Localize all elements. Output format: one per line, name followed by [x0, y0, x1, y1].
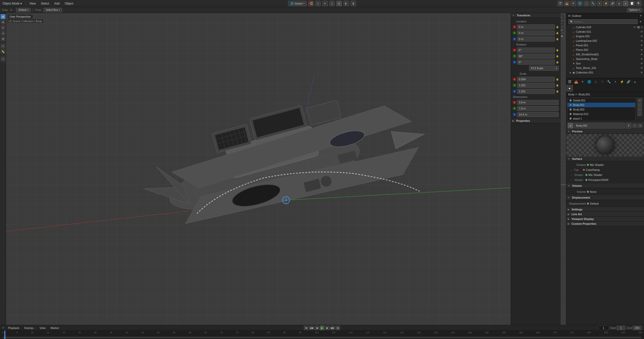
render-icon[interactable]: 📷 [637, 26, 640, 29]
outliner-item-shuttleseat[interactable]: △ SM_ShuttleSeat01 👁 [566, 52, 644, 57]
next-keyframe-btn[interactable]: ▶▶ [330, 326, 335, 330]
next-frame-btn[interactable]: ▶ [325, 326, 330, 330]
scripting[interactable]: 📝 [629, 1, 635, 6]
outliner-item-spaceshopbody[interactable]: △ Spaceshop_Body 👁 [566, 57, 644, 61]
dim-x-field[interactable]: 3.8 m [517, 100, 559, 105]
location-z-field[interactable]: 0 m [517, 36, 555, 42]
options-dropdown[interactable]: Options ▾ [627, 8, 642, 12]
outliner-item-plane002[interactable]: △ Plane.002 👁 [566, 48, 644, 52]
visibility-icon[interactable]: 👁 [640, 49, 643, 51]
scale-x-field[interactable]: 0.584 [517, 77, 555, 82]
prop-tab-data[interactable]: ▲ [632, 79, 638, 85]
move-tool[interactable]: ✥ [1, 20, 6, 25]
scale-z-field[interactable]: 1.031 [517, 89, 555, 94]
prev-frame-btn[interactable]: ◀ [314, 326, 319, 330]
volume-section-header[interactable]: Volume [566, 183, 644, 188]
add-material-btn[interactable]: + [637, 98, 642, 102]
prop-tab-object[interactable]: ▽ [599, 79, 606, 85]
visibility-icon[interactable]: 👁 [640, 44, 643, 47]
visibility-icon[interactable]: 👁 [640, 30, 643, 33]
jump-end-btn[interactable]: ⏭ [336, 326, 340, 330]
prop-tab-particles[interactable]: ✦ [612, 79, 619, 85]
render-settings[interactable]: 🎬 [557, 1, 563, 6]
orientation-dropdown[interactable]: 🌐 Global ▾ [288, 1, 307, 6]
viewportdisplay-section-header[interactable]: Viewport Display [566, 217, 644, 221]
visibility-icon[interactable]: 👁 [640, 67, 643, 69]
view-layer[interactable]: 👁 [571, 1, 576, 6]
lock-ry-btn[interactable]: 🔒 [556, 55, 559, 57]
modifier-settings[interactable]: 🔧 [590, 1, 596, 6]
material-body002[interactable]: Body.002 [568, 107, 635, 112]
jump-start-btn[interactable]: ⏮ [304, 326, 308, 330]
viewport-3d[interactable]: User Perspective (1) Scene Collection | … [6, 13, 566, 325]
select-box-dropdown[interactable]: Select Box ▾ [44, 8, 62, 12]
location-x-field[interactable]: 0 m [517, 24, 555, 29]
menu-object-mode[interactable]: Object Mode ▾ [0, 1, 24, 6]
lock-z-btn[interactable]: 🔒 [556, 38, 559, 40]
rotation-x-field[interactable]: 0° [517, 48, 555, 53]
rotate-tool[interactable]: ↻ [1, 25, 6, 30]
lock-sz-btn[interactable]: 🔒 [556, 90, 559, 93]
viewport-overlay[interactable]: ● [322, 1, 328, 6]
move-up-btn[interactable]: ↑ [637, 107, 642, 111]
material-body001[interactable]: Body.001 [568, 103, 635, 107]
material-detail001[interactable]: Detail.001 [568, 98, 635, 103]
lineart-section-header[interactable]: Line Art [566, 212, 644, 217]
current-frame-display[interactable]: 1 [598, 326, 609, 330]
marker-menu[interactable]: Marker [49, 326, 61, 329]
search-btn[interactable]: 🔍 [636, 1, 641, 6]
scale-y-field[interactable]: 1.031 [517, 83, 555, 88]
settings-section-header[interactable]: Settings [566, 207, 644, 212]
material-new-btn[interactable]: + [632, 124, 637, 128]
material-delete-btn[interactable]: ✕ [638, 124, 642, 128]
menu-view[interactable]: View [27, 1, 38, 6]
customprops-section-header[interactable]: Custom Properties [566, 221, 644, 226]
lock-y-btn[interactable]: 🔒 [556, 32, 559, 34]
view-menu[interactable]: View [38, 326, 47, 329]
object-settings[interactable]: ◻ [584, 1, 589, 6]
visibility-icon[interactable]: 👁 [640, 58, 643, 60]
prop-tab-world[interactable]: ◻ [592, 79, 599, 85]
props-section-header[interactable]: Properties [511, 119, 561, 123]
properties-scroll-area[interactable]: Detail.001 Body.001 Body.002 Material.01… [566, 97, 644, 325]
playback-menu[interactable]: Playback [7, 326, 21, 329]
visibility-icon[interactable]: 👁 [640, 53, 643, 56]
transform-section-header[interactable]: Transform [511, 13, 561, 18]
lock-sy-btn[interactable]: 🔒 [556, 84, 559, 87]
physics[interactable]: ⚡ [603, 1, 609, 6]
material-user-count[interactable]: 3 [626, 123, 631, 128]
start-frame-input[interactable]: 1 [617, 326, 625, 330]
rotation-z-field[interactable]: 0° [517, 60, 555, 65]
visibility-icon[interactable]: 👁 [640, 40, 643, 42]
prop-tab-scene[interactable]: 🌐 [586, 79, 592, 85]
outliner-filter-btn[interactable]: ▼ [639, 14, 642, 17]
breadcrumb-body001[interactable]: Body.001 [579, 93, 590, 96]
outliner-item-sun[interactable]: ☀ Sun 👁 [566, 61, 644, 66]
preview-section-header[interactable]: Preview [566, 129, 644, 134]
add-cube-tool[interactable]: ◻ [1, 56, 6, 61]
render-icon2[interactable]: ⊙ [641, 26, 643, 29]
viewport-mode-label[interactable]: User Perspective [8, 15, 33, 19]
outliner-item-collection001[interactable]: ▶ ▣ Collection.001 👁 [566, 70, 644, 74]
dim-y-field[interactable]: 7.8 m [517, 106, 559, 111]
prop-tab-modifiers[interactable]: 🔧 [606, 79, 612, 85]
prop-tab-physics[interactable]: ⚡ [619, 79, 625, 85]
dim-z-field[interactable]: 14.4 m [517, 112, 559, 117]
cursor-tool[interactable]: ⊕ [1, 14, 6, 19]
material-preview-btn[interactable]: ◐ [343, 1, 349, 6]
visibility-icon[interactable]: 👁 [633, 26, 636, 29]
material-settings-icon[interactable]: ● [623, 1, 628, 6]
rendered-mode[interactable]: ◑ [350, 1, 356, 6]
timeline-ruler[interactable]: 0 5 10 15 20 25 30 35 40 45 50 55 60 65 … [0, 331, 644, 339]
menu-object[interactable]: Object [62, 1, 76, 6]
prop-tab-constraints[interactable]: 🔗 [625, 79, 632, 85]
outliner-item-techblock[interactable]: △ Tech_Block_102 👁 [566, 66, 644, 70]
measure-tool[interactable]: 📏 [1, 49, 6, 54]
scale-tool[interactable]: ⇲ [1, 31, 6, 36]
lock-sx-btn[interactable]: 🔒 [556, 78, 559, 81]
play-btn[interactable]: ▶ [320, 326, 324, 330]
xray-toggle[interactable]: ◫ [329, 1, 335, 6]
location-y-field[interactable]: 0 m [517, 30, 555, 35]
visibility-icon[interactable]: 👁 [640, 35, 643, 38]
output-settings[interactable]: 📤 [564, 1, 570, 6]
